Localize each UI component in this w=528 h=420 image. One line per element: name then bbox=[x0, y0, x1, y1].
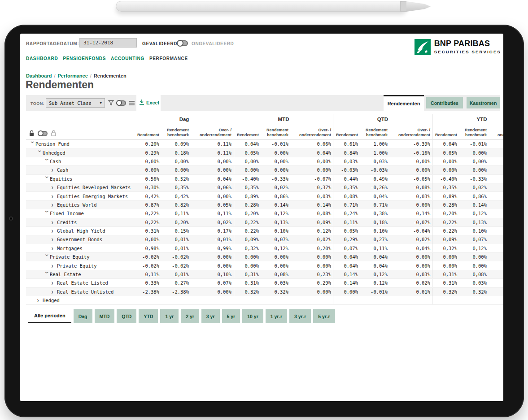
cell: 0,00% bbox=[459, 263, 489, 268]
chevron-right-icon[interactable]: ❯ bbox=[51, 168, 57, 172]
toolbar-toggle[interactable] bbox=[116, 100, 126, 106]
chevron-down-icon[interactable]: ❯ bbox=[45, 176, 49, 182]
cell: 0,04% bbox=[360, 263, 390, 268]
row-name-cell: ❯Equities Emerging Markets bbox=[26, 192, 135, 200]
chevron-down-icon[interactable]: ❯ bbox=[45, 254, 49, 260]
cell: 0,28% bbox=[432, 202, 459, 208]
cell: -0,01% bbox=[459, 141, 489, 147]
toolbar: TOON: Sub Asset Class ▼ bbox=[26, 95, 500, 111]
period-tab-3-yr-r[interactable]: 3 yr-r bbox=[289, 309, 311, 323]
table-row-government-bonds[interactable]: ❯Government Bonds0,00%0,01%-0,01%0,09%0,… bbox=[26, 235, 503, 244]
nav-item-pensioenfonds[interactable]: PENSIOENFONDS bbox=[63, 56, 106, 61]
filter-icon[interactable] bbox=[108, 100, 114, 106]
show-label: TOON: bbox=[31, 101, 44, 106]
cell: 0,01% bbox=[161, 272, 191, 277]
row-name-cell: ❯Hedged bbox=[26, 296, 135, 304]
nav-item-performance[interactable]: PERFORMANCE bbox=[149, 56, 188, 61]
row-name-cell: ❯Private Equity bbox=[26, 261, 135, 269]
period-tab-3-yr[interactable]: 3 yr bbox=[201, 309, 220, 323]
period-tab-mtd[interactable]: MTD bbox=[95, 309, 115, 323]
cell: -0,05% bbox=[390, 176, 432, 182]
table-row-equities-world[interactable]: ❯Equities World0,87%0,82%0,05%0,28%0,14%… bbox=[26, 201, 503, 209]
breadcrumb-separator: / bbox=[54, 73, 55, 78]
cell: 0,44% bbox=[333, 176, 360, 182]
cell: 0,17% bbox=[191, 228, 234, 234]
table-row-hedged[interactable]: ❯Hedged bbox=[26, 296, 503, 305]
excel-export-link[interactable]: Excel bbox=[139, 100, 159, 105]
cell: 0,15% bbox=[161, 228, 191, 234]
lock-open-icon[interactable] bbox=[51, 130, 56, 136]
period-tab-qtd[interactable]: QTD bbox=[117, 309, 136, 323]
table-row-cash[interactable]: ❯Cash0,00%0,00%0,00%0,00%0,00%0,00%-0,03… bbox=[26, 157, 503, 166]
lock-closed-icon[interactable] bbox=[29, 130, 34, 136]
cell: -0,07% bbox=[390, 220, 432, 225]
chevron-right-icon[interactable]: ❯ bbox=[51, 237, 57, 242]
chevron-right-icon[interactable]: ❯ bbox=[51, 290, 57, 294]
breadcrumb-item-performance[interactable]: Performance bbox=[58, 73, 88, 78]
chevron-down-icon[interactable]: ❯ bbox=[38, 150, 42, 156]
cell: 0,00% bbox=[390, 254, 432, 260]
chevron-right-icon[interactable]: ❯ bbox=[51, 220, 57, 225]
table-row-fixed-income[interactable]: ❯Fixed Income0,22%0,11%0,11%0,20%0,12%0,… bbox=[26, 209, 503, 218]
period-tab-2-yr[interactable]: 2 yr bbox=[181, 309, 199, 323]
cell: 0,00% bbox=[459, 159, 489, 164]
chevron-down-icon[interactable]: ❯ bbox=[45, 211, 49, 216]
chevron-right-icon[interactable]: ❯ bbox=[51, 246, 57, 251]
nav-item-dashboard[interactable]: DASHBOARD bbox=[26, 56, 58, 61]
report-date-label: RAPPORTAGEDATUM: bbox=[26, 41, 79, 46]
menu-icon[interactable] bbox=[129, 101, 135, 105]
cell: 0,27% bbox=[360, 237, 390, 242]
period-tab-alle-perioden[interactable]: Alle perioden bbox=[28, 309, 71, 323]
view-mode-select[interactable]: Sub Asset Class ▼ bbox=[46, 98, 105, 108]
cell: 0,18% bbox=[161, 150, 191, 156]
stylus-pen-band bbox=[400, 1, 407, 12]
table-row-real-estate[interactable]: ❯Real Estate0,11%0,01%0,10%0,31%0,08%0,2… bbox=[26, 270, 503, 279]
validated-toggle[interactable] bbox=[177, 40, 188, 46]
row-label: Equities bbox=[50, 176, 73, 182]
table-row-unhedged[interactable]: ❯Unhedged0,29%0,18%0,11%0,05%0,00%0,04%0… bbox=[26, 148, 503, 157]
chevron-right-icon[interactable]: ❯ bbox=[51, 194, 57, 199]
chevron-down-icon[interactable]: ❯ bbox=[45, 272, 49, 277]
table-row-equities-developed-markets[interactable]: ❯Equities Developed Markets0,30%0,35%-0,… bbox=[26, 183, 503, 192]
period-tab-5-yr[interactable]: 5 yr bbox=[222, 309, 240, 323]
table-row-private-equity[interactable]: ❯Private Equity-0,02%-0,02%0,00%0,00%0,0… bbox=[26, 253, 503, 261]
table-row-private-equity[interactable]: ❯Private Equity-0,02%-0,02%0,00%0,00%0,0… bbox=[26, 261, 503, 270]
cell: 0,00% bbox=[333, 289, 360, 294]
table-row-real-estate-unlisted[interactable]: ❯Real Estate Unlisted-2,38%-2,38%0,00%0,… bbox=[26, 288, 503, 296]
table-row-cash[interactable]: ❯Cash0,00%0,00%0,00%0,00%0,00%0,00%-0,03… bbox=[26, 166, 503, 174]
report-date-input[interactable]: 31-12-2018 bbox=[79, 38, 137, 48]
chevron-right-icon[interactable]: ❯ bbox=[51, 229, 57, 233]
nav-item-accounting[interactable]: ACCOUNTING bbox=[111, 56, 144, 61]
period-tab-1-yr[interactable]: 1 yr bbox=[160, 309, 179, 323]
cell: 0,38% bbox=[360, 211, 390, 216]
tab-rendementen[interactable]: Rendementen bbox=[384, 95, 424, 111]
chevron-down-icon[interactable]: ❯ bbox=[45, 158, 49, 164]
period-tab-ytd[interactable]: YTD bbox=[139, 309, 158, 323]
chevron-right-icon[interactable]: ❯ bbox=[51, 264, 57, 268]
table-row-real-estate-listed[interactable]: ❯Real Estate Listed0,33%0,27%0,07%0,31%0… bbox=[26, 279, 503, 287]
period-tab-10-yr[interactable]: 10 yr bbox=[242, 309, 263, 323]
chevron-down-icon[interactable]: ❯ bbox=[31, 141, 35, 147]
column-header: Over- / onderrendement bbox=[390, 128, 432, 138]
period-tab-1-yr-r[interactable]: 1 yr-r bbox=[266, 309, 287, 323]
table-row-mortgages[interactable]: ❯Mortgages0,98%-0,01%0,99%0,32%0,12%0,20… bbox=[26, 244, 503, 253]
cell: -0,89% bbox=[432, 194, 459, 199]
breadcrumb-item-dashboard[interactable]: Dashboard bbox=[26, 73, 52, 78]
tab-contributies[interactable]: Contributies bbox=[426, 97, 463, 108]
chevron-right-icon[interactable]: ❯ bbox=[51, 203, 57, 207]
chevron-right-icon[interactable]: ❯ bbox=[51, 281, 57, 285]
column-header: Rendement bbox=[333, 133, 360, 138]
table-row-equities-emerging-markets[interactable]: ❯Equities Emerging Markets0,42%0,42%0,00… bbox=[26, 192, 503, 200]
chevron-right-icon[interactable]: ❯ bbox=[51, 185, 57, 190]
tab-kasstromen[interactable]: Kasstromen bbox=[467, 97, 500, 108]
table-row-equities[interactable]: ❯Equities0,56%0,52%0,04%-0,40%-0,33%-0,0… bbox=[26, 175, 503, 183]
chevron-right-icon[interactable]: ❯ bbox=[37, 298, 43, 303]
period-tab-5-yr-r[interactable]: 5 yr-r bbox=[313, 309, 335, 323]
table-row-pension-fund[interactable]: ❯Pension Fund0,20%0,09%0,11%0,04%-0,01%0… bbox=[26, 140, 503, 148]
period-tab-dag[interactable]: Dag bbox=[74, 309, 92, 323]
table-row-credits[interactable]: ❯Credits0,22%0,20%0,02%0,22%0,13%0,09%0,… bbox=[26, 218, 503, 227]
freeze-columns-toggle[interactable] bbox=[38, 131, 48, 136]
desktop-background: RAPPORTAGEDATUM: 31-12-2018 GEVALIDEERD … bbox=[0, 0, 528, 420]
table-row-global-high-yield[interactable]: ❯Global High Yield0,31%0,15%0,17%0,22%0,… bbox=[26, 227, 503, 235]
cell: 0,23% bbox=[291, 272, 333, 277]
